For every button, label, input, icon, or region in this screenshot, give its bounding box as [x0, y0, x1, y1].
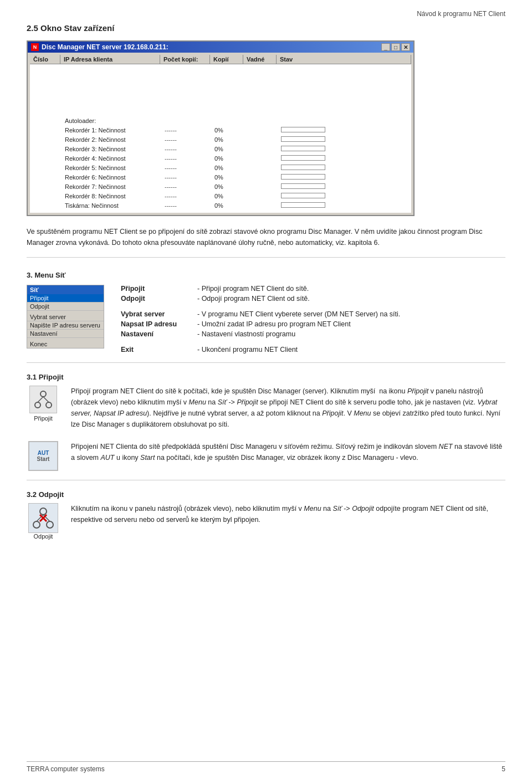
dm-window-title: Disc Manager NET server 192.168.0.211:: [42, 43, 168, 51]
table-row: Rekordér 7: Nečinnost ------ 0%: [31, 182, 410, 192]
table-row: Rekordér 2: Nečinnost ------ 0%: [31, 135, 410, 145]
col-vadne: Vadné: [243, 55, 277, 64]
aut-start-section: AUT Start Připojení NET Clienta do sítě …: [27, 441, 505, 471]
footer-page: 5: [502, 765, 505, 773]
col-ip: IP Adresa klienta: [60, 55, 160, 64]
menu-box-title: Síť: [27, 285, 104, 294]
section-25-title: 2.5 Okno Stav zařízení: [27, 23, 505, 33]
table-row: Rekordér 3: Nečinnost ------ 0%: [31, 145, 410, 154]
svg-point-5: [40, 508, 47, 515]
table-row: Autoloader:: [31, 116, 410, 126]
pripojit-paragraph: Připojí program NET Client do sítě k poč…: [71, 386, 505, 430]
pripojit-label: Připojit: [34, 415, 53, 422]
pripojit-section: Připojit Připojí program NET Client do s…: [27, 386, 505, 435]
close-button[interactable]: ✕: [401, 43, 410, 51]
odpojit-icon-box: Odpojit: [27, 503, 60, 540]
page-footer: TERRA computer systems 5: [27, 761, 505, 773]
dm-title-icon: N: [31, 43, 39, 51]
intro-paragraph: Ve spuštěném programu NET Client se po p…: [27, 226, 505, 248]
svg-point-2: [46, 402, 52, 408]
key-exit: Exit: [121, 346, 193, 353]
table-row: Rekordér 4: Nečinnost ------ 0%: [31, 154, 410, 163]
key-pripojit: Připojit: [121, 285, 193, 293]
section-31-title: 3.1 Připojit: [27, 373, 505, 381]
col-stav: Stav: [277, 55, 411, 64]
val-exit: - Ukončení programu NET Client: [197, 346, 400, 353]
svg-line-3: [38, 397, 43, 402]
dm-table-body: Autoloader: Rekordér 1: Nečinnost ------…: [30, 64, 411, 213]
col-kopii: Kopií: [210, 55, 243, 64]
dm-table-header: Číslo IP Adresa klienta Počet kopií: Kop…: [30, 55, 411, 64]
section-32: 3.2 Odpojit Odpojit: [27, 490, 505, 540]
menu-sit-layout: Síť Připojit Odpojit Vybrat server Napiš…: [27, 285, 505, 353]
odpojit-section: Odpojit Kliknutím na ikonu v panelu nást…: [27, 503, 505, 540]
svg-point-6: [33, 521, 40, 528]
page-header: Návod k programu NET Client: [27, 10, 505, 18]
svg-line-4: [43, 397, 49, 402]
table-row: Rekordér 6: Nečinnost ------ 0%: [31, 173, 410, 182]
menu-item-odpojit[interactable]: Odpojit: [27, 303, 104, 311]
svg-point-7: [47, 521, 53, 528]
pripojit-text: Připojí program NET Client do sítě k poč…: [71, 386, 505, 435]
table-row: Rekordér 8: Nečinnost ------ 0%: [31, 192, 410, 201]
network-icon: [33, 390, 53, 409]
aut-icon-box: AUT Start: [27, 441, 60, 471]
pripojit-icon: [29, 386, 57, 413]
dm-titlebar: N Disc Manager NET server 192.168.0.211:…: [28, 42, 413, 53]
disc-manager-window: N Disc Manager NET server 192.168.0.211:…: [27, 40, 415, 216]
aut-text: AUT: [38, 450, 49, 456]
menu-item-nastaveni[interactable]: Nastavení: [27, 330, 104, 338]
odpojit-text: Kliknutím na ikonu v panelu nástrojů (ob…: [71, 503, 505, 531]
val-napsat: - Umožní zadat IP adresu pro program NET…: [197, 320, 400, 328]
menu-item-konec[interactable]: Konec: [27, 340, 104, 348]
svg-point-0: [40, 391, 46, 397]
table-row: Rekordér 1: Nečinnost ------ 0%: [31, 126, 410, 135]
odpojit-paragraph: Kliknutím na ikonu v panelu nástrojů (ob…: [71, 503, 505, 525]
menu-box: Síť Připojit Odpojit Vybrat server Napiš…: [27, 285, 104, 349]
section-3: 3. Menu Síť Síť Připojit Odpojit Vybrat …: [27, 271, 505, 353]
section-3-title: 3. Menu Síť: [27, 271, 505, 279]
aut-start-icon: AUT Start: [28, 441, 58, 471]
menu-sit-image: Síť Připojit Odpojit Vybrat server Napiš…: [27, 285, 104, 349]
key-nastaveni: Nastavení: [121, 330, 193, 338]
col-cislo: Číslo: [30, 55, 60, 64]
header-title: Návod k programu NET Client: [417, 10, 505, 18]
key-napsat: Napsat IP adresu: [121, 320, 193, 328]
col-pocet: Počet kopií:: [160, 55, 210, 64]
svg-point-1: [35, 402, 40, 408]
odpojit-icon: [28, 503, 58, 533]
aut-paragraph: Připojení NET Clienta do sítě předpoklád…: [71, 441, 505, 463]
maximize-button[interactable]: □: [391, 43, 400, 51]
odpojit-svg-icon: [31, 506, 55, 530]
key-odpojit: Odpojit: [121, 295, 193, 303]
section-32-title: 3.2 Odpojit: [27, 490, 505, 499]
table-row: Tiskárna: Nečinnost ------ 0%: [31, 201, 410, 211]
key-vybrat: Vybrat server: [121, 310, 193, 318]
val-nastaveni: - Nastavení vlastností programu: [197, 330, 400, 338]
section-31: 3.1 Připojit Připojit Připojí program NE…: [27, 373, 505, 471]
table-row: Rekordér 5: Nečinnost ------ 0%: [31, 163, 410, 173]
menu-description-table: Připojit - Připojí program NET Client do…: [121, 285, 400, 353]
start-text: Start: [37, 456, 50, 462]
odpojit-label: Odpojit: [34, 533, 53, 540]
val-vybrat: - V programu NET Client vyberete server …: [197, 310, 400, 318]
pripojit-icon-box: Připojit: [27, 386, 60, 422]
val-pripojit: - Připojí program NET Client do sítě.: [197, 285, 400, 293]
minimize-button[interactable]: _: [381, 43, 390, 51]
menu-item-pripojit[interactable]: Připojit: [27, 294, 104, 303]
footer-company: TERRA computer systems: [27, 765, 105, 773]
aut-start-text: Připojení NET Clienta do sítě předpoklád…: [71, 441, 505, 469]
menu-item-vybrat[interactable]: Vybrat server: [27, 313, 104, 321]
val-odpojit: - Odpojí program NET Client od sítě.: [197, 295, 400, 303]
menu-item-napsat[interactable]: Napište IP adresu serveru: [27, 321, 104, 330]
